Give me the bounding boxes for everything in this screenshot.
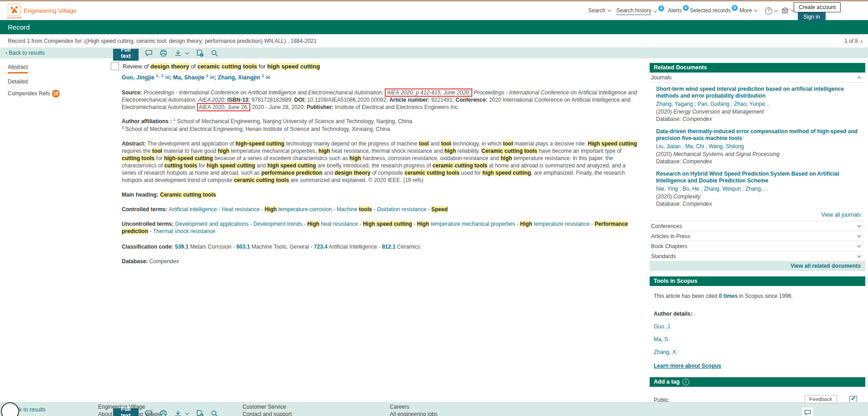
term-link[interactable]: heat resistance [320, 221, 358, 227]
print-icon[interactable] [160, 410, 167, 416]
article-title-link[interactable]: Research on Hybrid Wind Speed Prediction… [656, 171, 863, 184]
affiliation-line-1: Author affiliations : 1 School of Mechan… [111, 118, 640, 125]
nav-more[interactable]: More [739, 7, 758, 14]
sign-in-button[interactable]: Sign in [798, 12, 826, 21]
text-run: high [349, 155, 361, 161]
feedback-button[interactable]: Feedback [805, 395, 837, 403]
comment-icon[interactable] [145, 49, 153, 57]
download-icon[interactable] [174, 49, 182, 57]
article-authors[interactable]: Liu, Jialan ; Ma, Chi ; Wang, Shilong [656, 143, 863, 150]
term-link[interactable]: Guo, Jingjie [122, 74, 156, 81]
info-icon[interactable]: i [682, 379, 689, 385]
chat-icon[interactable] [801, 407, 814, 416]
full-text-button[interactable]: Full text [113, 49, 139, 61]
term-link[interactable]: temperature resistance [532, 221, 589, 227]
text-run: Classification code: [122, 244, 175, 250]
next-record-icon[interactable]: › [860, 38, 863, 44]
nav-search-history[interactable]: Search history 4 [616, 7, 664, 15]
term-link[interactable]: ; [214, 74, 218, 81]
term-link[interactable]: 812.1 [382, 244, 396, 250]
chevron-down-icon [653, 10, 657, 13]
journals-section-toggle[interactable]: Journals [650, 73, 865, 83]
term-link[interactable]: Artificial intelligence [169, 206, 217, 213]
section-toggle-standards[interactable]: Standards [650, 251, 865, 261]
term-link[interactable]: temperature corrosion [277, 206, 332, 213]
author-links[interactable]: Guo, Jingjie 1 , 2 ✉; Ma, Shaojie 1 ✉; Z… [111, 74, 640, 81]
scopus-author-link-zhang[interactable]: Zhang, X. [654, 349, 865, 355]
term-link[interactable]: 723.4 [314, 244, 327, 250]
back-to-results-link[interactable]: ‹ Back to results [5, 50, 45, 56]
section-toggle-book-chapters[interactable]: Book Chapters [650, 241, 865, 251]
article-authors[interactable]: Nie, Ying ; Bo, He ; Zhang, Weiqun ; Zha… [656, 186, 863, 192]
text-run: - [217, 206, 222, 213]
article-authors[interactable]: Zhang, Yagang ; Pan, Guifang ; Zhao, Yun… [656, 101, 863, 107]
term-link[interactable]: Development trends [253, 221, 302, 227]
citation-count-link[interactable]: 0 times [719, 293, 738, 299]
text-run: Compendex [150, 258, 179, 265]
text-run: Database: [122, 258, 150, 265]
sidebar-item-detailed[interactable]: Detailed [8, 78, 103, 85]
view-all-related-link[interactable]: View all related documents [650, 261, 865, 271]
section-toggle-conferences[interactable]: Conferences [650, 221, 865, 231]
citation-icon[interactable] [196, 49, 204, 57]
learn-more-scopus-link[interactable]: Learn more about Scopus [654, 363, 721, 369]
nav-selected-records[interactable]: Selected records 0 [690, 7, 738, 14]
article-database: Database: Compendex [656, 116, 863, 122]
create-account-button[interactable]: Create account [794, 2, 841, 12]
sidebar-item-abstract[interactable]: Abstract [8, 64, 28, 73]
term-link[interactable]: 603.1 [236, 244, 250, 250]
text-run: used for [460, 170, 482, 176]
section-toggle-articles-in-press[interactable]: Articles in Press [650, 231, 865, 241]
sidebar-item-compendex-refs[interactable]: Compendex Refs19 [8, 90, 103, 98]
term-link[interactable]: ; [170, 74, 173, 81]
view-all-journals-link[interactable]: View all journals [650, 210, 865, 221]
article-title-link[interactable]: Data-driven thermally-induced error comp… [656, 128, 863, 142]
footer-link-jobs[interactable]: All engineering jobs [390, 411, 438, 416]
text-run: Author affiliations : [122, 118, 173, 125]
download-options-chevron-icon[interactable] [185, 52, 189, 55]
elsevier-logo[interactable]: ELSEVIER [7, 4, 21, 19]
text-run: Speed [431, 206, 448, 213]
term-link[interactable]: Thermal shock resistance [153, 228, 215, 234]
footer-link-contact[interactable]: Contact and support [243, 411, 292, 416]
text-run: ceramic cutting tools [433, 162, 488, 169]
text-run: The development and application of [147, 140, 235, 147]
article-title-link[interactable]: Short-term wind speed interval predictio… [656, 86, 863, 99]
term-link[interactable]: temperature mechanical properties [429, 221, 515, 227]
nav-search[interactable]: Search [588, 7, 611, 14]
search-icon[interactable] [211, 410, 218, 416]
elsevier-wordmark: ELSEVIER [7, 16, 21, 19]
term-link[interactable]: Machine [337, 206, 359, 213]
term-link[interactable]: Oxidation resistance [377, 206, 427, 213]
text-run: for [197, 162, 207, 169]
term-link[interactable]: 1 , 2 [156, 73, 164, 78]
comment-icon[interactable] [145, 410, 153, 416]
print-icon[interactable] [160, 49, 167, 57]
scopus-author-link-ma[interactable]: Ma, S. [654, 336, 865, 343]
article-journal: (2020) Complexity [656, 193, 863, 200]
text-run: cutting [222, 63, 241, 70]
brand-engineering-village[interactable]: Engineering Village [24, 7, 77, 14]
term-link[interactable]: 539.1 [175, 244, 189, 250]
term-link[interactable]: Zhang, Xiangjin [218, 74, 262, 81]
term-link[interactable]: Heat resistance [222, 206, 259, 213]
institution-menu[interactable] [781, 7, 795, 14]
footer-col-customer-service: Customer Service [243, 404, 286, 410]
help-menu[interactable]: ? [765, 7, 778, 15]
record-checkbox[interactable] [111, 62, 119, 70]
database-line: Database: Compendex [111, 258, 640, 265]
search-icon[interactable] [211, 49, 218, 57]
citation-icon[interactable] [196, 410, 204, 416]
download-icon[interactable] [174, 410, 182, 416]
selected-records-badge: 0 [732, 5, 738, 11]
download-options-chevron-icon[interactable] [185, 412, 189, 415]
term-link[interactable]: Development and applications [175, 221, 248, 227]
back-chevron-icon: ‹ [5, 50, 7, 56]
text-run: ceramic [197, 63, 220, 70]
nav-alerts[interactable]: Alerts 0 [668, 7, 689, 14]
term-link[interactable]: Ma, Shaojie [173, 74, 206, 81]
scopus-author-link-guo[interactable]: Guo, J. [654, 323, 865, 330]
institution-icon [781, 7, 789, 14]
text-run: 9781728182889; [250, 97, 294, 103]
footer-full-text-button[interactable]: Full text [113, 408, 139, 416]
